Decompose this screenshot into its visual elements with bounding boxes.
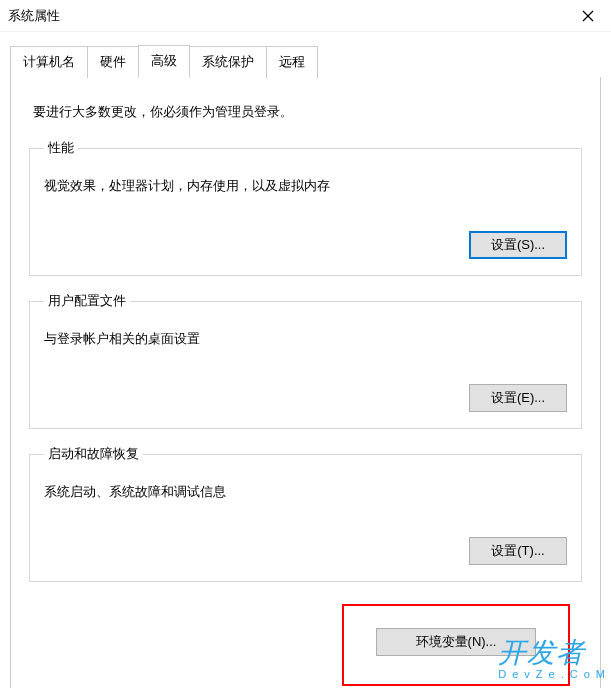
tab-remote[interactable]: 远程	[266, 46, 318, 78]
performance-desc: 视觉效果，处理器计划，内存使用，以及虚拟内存	[44, 177, 567, 195]
tab-content-advanced: 要进行大多数更改，你必须作为管理员登录。 性能 视觉效果，处理器计划，内存使用，…	[10, 77, 601, 688]
titlebar: 系统属性	[0, 0, 611, 32]
performance-group: 性能 视觉效果，处理器计划，内存使用，以及虚拟内存 设置(S)...	[29, 139, 582, 276]
tab-computer-name[interactable]: 计算机名	[10, 46, 88, 78]
user-profiles-desc: 与登录帐户相关的桌面设置	[44, 330, 567, 348]
close-icon	[582, 10, 594, 22]
user-profiles-legend: 用户配置文件	[44, 292, 130, 310]
startup-recovery-legend: 启动和故障恢复	[44, 445, 143, 463]
tab-hardware[interactable]: 硬件	[87, 46, 139, 78]
startup-recovery-desc: 系统启动、系统故障和调试信息	[44, 483, 567, 501]
user-profiles-settings-button[interactable]: 设置(E)...	[469, 384, 567, 412]
tab-system-protection[interactable]: 系统保护	[189, 46, 267, 78]
startup-recovery-settings-button[interactable]: 设置(T)...	[469, 537, 567, 565]
env-vars-row: 环境变量(N)...	[29, 598, 582, 688]
admin-note: 要进行大多数更改，你必须作为管理员登录。	[33, 103, 578, 121]
environment-variables-button[interactable]: 环境变量(N)...	[376, 628, 536, 656]
tab-advanced[interactable]: 高级	[138, 45, 190, 78]
close-button[interactable]	[565, 0, 611, 32]
performance-settings-button[interactable]: 设置(S)...	[469, 231, 567, 259]
user-profiles-group: 用户配置文件 与登录帐户相关的桌面设置 设置(E)...	[29, 292, 582, 429]
window-title: 系统属性	[8, 7, 565, 25]
performance-legend: 性能	[44, 139, 78, 157]
highlight-box: 环境变量(N)...	[342, 604, 570, 686]
startup-recovery-group: 启动和故障恢复 系统启动、系统故障和调试信息 设置(T)...	[29, 445, 582, 582]
tab-bar: 计算机名 硬件 高级 系统保护 远程	[0, 32, 611, 77]
